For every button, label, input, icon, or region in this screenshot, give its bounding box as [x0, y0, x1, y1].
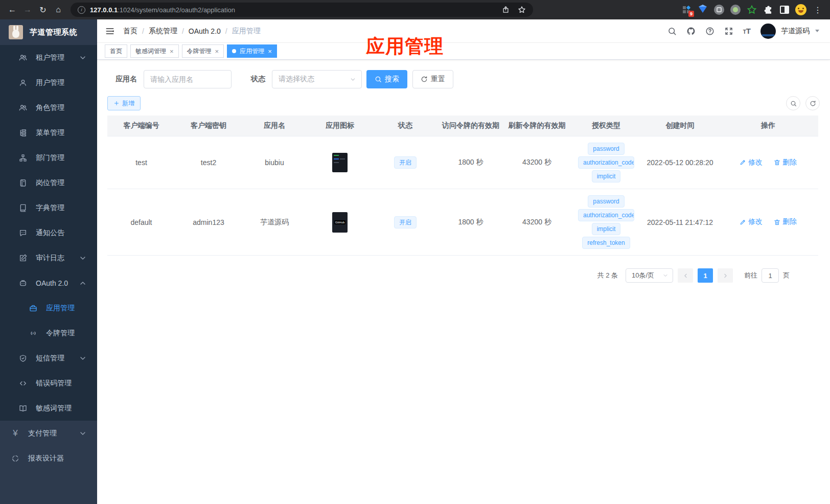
refresh-table-button[interactable]	[805, 96, 820, 110]
sidebar-item-notice[interactable]: 通知公告	[0, 220, 97, 245]
sidebar-item-audit-log[interactable]: 审计日志	[0, 245, 97, 270]
table-row: test test2 biubiu 开启 1800 秒 43200 秒 pass…	[107, 136, 818, 189]
chevron-down-icon	[662, 272, 668, 279]
sidebar-item-post[interactable]: 岗位管理	[0, 170, 97, 195]
active-dot-icon	[232, 49, 236, 53]
tab-home[interactable]: 首页	[105, 44, 127, 58]
share-icon[interactable]	[502, 6, 510, 13]
robot-icon	[19, 279, 27, 287]
column-header: 刷新令牌的有效期	[503, 116, 570, 136]
sidebar-item-pay[interactable]: ¥ 支付管理	[0, 421, 97, 446]
tab-application[interactable]: 应用管理 ×	[227, 44, 277, 58]
page-size-select[interactable]: 10条/页	[626, 268, 673, 283]
extension-split-icon[interactable]	[778, 3, 791, 16]
browser-back-button[interactable]: ←	[5, 3, 19, 17]
extension-grid-icon[interactable]: 9	[680, 3, 693, 16]
client-secret-cell: test2	[175, 158, 242, 167]
url-text: 127.0.0.1:1024/system/oauth2/oauth2/appl…	[90, 6, 235, 14]
edit-link[interactable]: 修改	[740, 217, 763, 226]
sidebar-item-oauth2-token[interactable]: 令牌管理	[0, 320, 97, 346]
extension-badge: 9	[688, 11, 694, 17]
sidebar-item-oauth2-application[interactable]: 应用管理	[0, 295, 97, 320]
page-jumper-input[interactable]	[762, 268, 779, 283]
browser-forward-button[interactable]: →	[20, 3, 35, 17]
url-path: :1024/system/oauth2/oauth2/application	[118, 6, 235, 14]
sidebar-item-menu[interactable]: 菜单管理	[0, 120, 97, 145]
delete-link[interactable]: 删除	[774, 158, 797, 167]
close-icon[interactable]: ×	[268, 48, 272, 55]
extension-record-icon[interactable]	[729, 3, 742, 16]
grant-type-tag: implicit	[592, 170, 621, 182]
help-icon[interactable]	[705, 27, 714, 36]
bookmark-star-icon[interactable]	[518, 6, 526, 14]
breadcrumb-home[interactable]: 首页	[123, 27, 137, 36]
status-badge: 开启	[394, 156, 417, 169]
sidebar-logo[interactable]: 芋道管理系统	[0, 19, 97, 45]
chevron-up-icon	[79, 279, 87, 287]
edit-label: 修改	[748, 217, 763, 226]
browser-menu-icon[interactable]: ⋮	[811, 3, 825, 17]
sidebar-item-error-code[interactable]: 错误码管理	[0, 371, 97, 396]
sidebar-item-label: 字典管理	[36, 203, 64, 213]
status-select[interactable]: 请选择状态	[272, 70, 362, 88]
browser-home-button[interactable]: ⌂	[51, 3, 65, 17]
prev-page-button[interactable]	[678, 268, 693, 283]
sidebar-item-tenant[interactable]: 租户管理	[0, 45, 97, 70]
close-icon[interactable]: ×	[215, 48, 219, 55]
tab-token[interactable]: 令牌管理 ×	[182, 44, 224, 58]
red-annotation-text: 应用管理	[366, 34, 444, 59]
sidebar-collapse-icon[interactable]	[105, 26, 115, 36]
extensions-puzzle-icon[interactable]	[762, 3, 775, 16]
caret-down-icon[interactable]	[815, 30, 819, 32]
edit-link[interactable]: 修改	[740, 158, 763, 167]
delete-label: 删除	[782, 217, 797, 226]
extension-gem-icon[interactable]	[696, 3, 709, 16]
app-icon-thumbnail[interactable]	[332, 153, 348, 172]
sidebar-item-report-designer[interactable]: 报表设计器	[0, 446, 97, 471]
breadcrumb-oauth2[interactable]: OAuth 2.0	[189, 27, 221, 35]
sidebar-item-user[interactable]: 用户管理	[0, 70, 97, 95]
site-info-icon[interactable]: i	[78, 6, 85, 14]
sidebar-item-label: 租户管理	[36, 53, 64, 62]
sidebar-item-sensitive-word[interactable]: 敏感词管理	[0, 396, 97, 421]
github-icon[interactable]	[686, 27, 696, 36]
chevron-down-icon	[79, 54, 87, 62]
sidebar-item-oauth2[interactable]: OAuth 2.0	[0, 270, 97, 295]
toggle-search-button[interactable]	[786, 96, 800, 110]
user-avatar[interactable]	[760, 24, 776, 39]
tab-sensitive-word[interactable]: 敏感词管理 ×	[130, 44, 179, 58]
chevron-down-icon	[79, 429, 87, 438]
font-size-icon[interactable]: TT	[743, 27, 751, 35]
username[interactable]: 芋道源码	[781, 27, 810, 36]
page-size-value: 10条/页	[632, 271, 654, 280]
delete-link[interactable]: 删除	[774, 217, 797, 226]
extension-command-icon[interactable]	[712, 3, 726, 16]
fullscreen-icon[interactable]	[724, 27, 733, 36]
browser-profile-avatar[interactable]	[794, 3, 808, 16]
sidebar-item-dict[interactable]: 字典管理	[0, 195, 97, 220]
sidebar-item-sms[interactable]: 短信管理	[0, 346, 97, 371]
grant-type-tag: password	[588, 195, 624, 208]
breadcrumb-separator: /	[225, 27, 227, 35]
breadcrumb-system[interactable]: 系统管理	[149, 27, 177, 36]
add-button[interactable]: 新增	[107, 96, 141, 110]
extension-star-icon[interactable]	[745, 3, 758, 16]
browser-reload-button[interactable]: ↻	[36, 3, 50, 17]
breadcrumb-separator: /	[182, 27, 184, 35]
browser-address-bar[interactable]: i 127.0.0.1:1024/system/oauth2/oauth2/ap…	[71, 3, 533, 17]
close-icon[interactable]: ×	[170, 48, 174, 55]
sidebar-item-role[interactable]: 角色管理	[0, 95, 97, 120]
column-header: 应用名	[242, 116, 307, 136]
breadcrumb-separator: /	[142, 27, 144, 35]
sidebar-item-dept[interactable]: 部门管理	[0, 145, 97, 170]
page-number-button[interactable]: 1	[698, 268, 713, 283]
chevron-down-icon	[79, 254, 87, 262]
app-name-input[interactable]	[144, 70, 232, 88]
search-icon[interactable]	[667, 27, 677, 36]
search-button[interactable]: 搜索	[366, 70, 407, 88]
app-name-cell: biubiu	[242, 158, 307, 167]
reset-button[interactable]: 重置	[412, 70, 453, 88]
app-icon-thumbnail[interactable]: GitHub	[332, 212, 348, 233]
next-page-button[interactable]	[718, 268, 733, 283]
edit-label: 修改	[748, 158, 763, 167]
